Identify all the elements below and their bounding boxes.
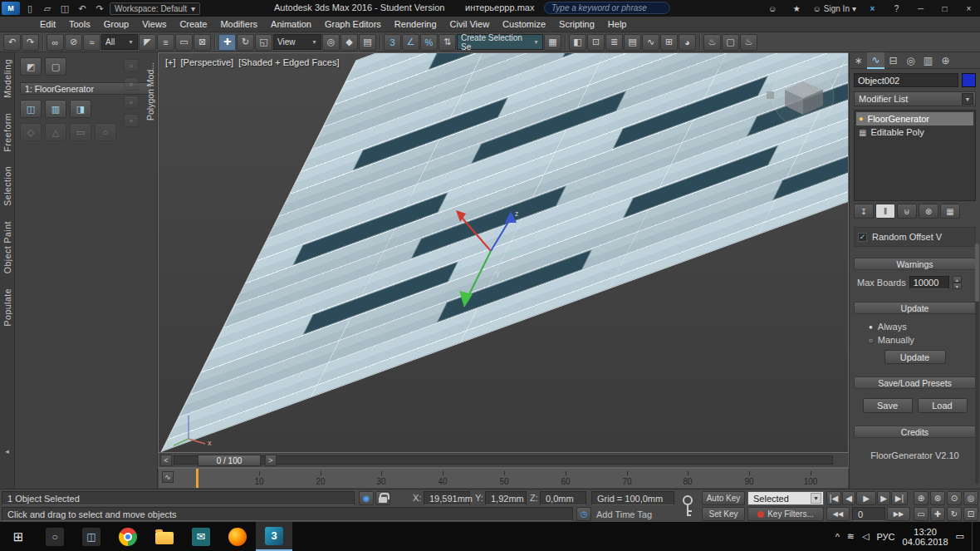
use-pivot-center-icon[interactable]: ◎ [322, 34, 340, 51]
modifier-stack[interactable]: ● FloorGenerator ▦ Editable Poly [854, 110, 976, 201]
language-indicator[interactable]: РУС [877, 532, 895, 542]
render-setup-icon[interactable]: ♨ [703, 34, 721, 51]
current-frame-marker[interactable] [196, 469, 198, 488]
menu-help[interactable]: Help [601, 17, 634, 31]
material-editor-icon[interactable]: ◕ [679, 34, 696, 51]
spinner-snap-icon[interactable]: ⇅ [439, 34, 456, 51]
play-button[interactable]: ▶ [856, 491, 876, 505]
auto-key-button[interactable]: Auto Key [702, 491, 745, 505]
select-and-link-icon[interactable]: ∞ [47, 34, 64, 51]
edit-named-sets-icon[interactable]: ▦ [544, 34, 561, 51]
view-cube-home-icon[interactable] [767, 91, 774, 99]
modeling-side-button[interactable]: ▫ [124, 96, 139, 109]
menu-civil-view[interactable]: Civil View [443, 17, 496, 31]
ribbon-toggle-icon[interactable]: ▤ [624, 34, 641, 51]
modeling-tool-button[interactable]: ▭ [70, 123, 91, 141]
modeling-tool-button[interactable]: ○ [95, 123, 116, 141]
previous-key-button[interactable]: ◀◀ [826, 507, 850, 521]
modeling-side-button[interactable]: ▫ [124, 77, 139, 91]
modeling-tool-button[interactable]: ◨ [70, 100, 91, 118]
perspective-viewport[interactable]: [+] [Perspective] [Shaded + Edged Faces] [158, 52, 849, 453]
modeling-tool-button[interactable]: △ [45, 123, 66, 141]
ribbon-collapse-icon[interactable]: ◂ [5, 447, 9, 455]
track-bar[interactable]: ∿ 10 20 30 40 50 60 70 80 90 100 [158, 468, 849, 489]
previous-frame-button[interactable]: ◀ [842, 491, 855, 505]
select-object-icon[interactable]: ◤ [139, 34, 156, 51]
select-and-rotate-icon[interactable]: ↻ [237, 34, 254, 51]
zoom-region-button[interactable]: ▭ [914, 507, 929, 521]
maximize-button[interactable]: □ [933, 1, 956, 17]
sign-in-button[interactable]: ☺ Sign In ▾ [810, 4, 860, 13]
selection-filter-dropdown[interactable]: All ▼ [101, 34, 138, 50]
mini-curve-editor-icon[interactable]: ∿ [162, 471, 174, 483]
zoom-extents-button[interactable]: ⊙ [947, 491, 962, 505]
viewport-general-menu[interactable]: [+] [165, 57, 176, 67]
time-slider-prev-button[interactable]: < [160, 455, 172, 466]
time-slider-handle[interactable]: 0 / 100 [198, 455, 261, 466]
undo-button[interactable]: ↶ [3, 34, 21, 51]
ribbon-tab-selection[interactable]: Selection [2, 166, 12, 206]
update-button[interactable]: Update [884, 350, 946, 364]
remove-modifier-icon[interactable]: ⊗ [919, 204, 938, 219]
time-slider-next-button[interactable]: > [265, 455, 277, 466]
ribbon-tab-modeling[interactable]: Modeling [2, 59, 12, 98]
curve-editor-icon[interactable]: ∿ [642, 34, 659, 51]
rollout-warnings-header[interactable]: Warnings [854, 258, 976, 270]
menu-create[interactable]: Create [173, 17, 213, 31]
firefox-icon[interactable] [219, 522, 256, 551]
menu-rendering[interactable]: Rendering [388, 17, 443, 31]
menu-views[interactable]: Views [135, 17, 173, 31]
next-frame-button[interactable]: ▶ [877, 491, 890, 505]
go-to-end-button[interactable]: ▶| [891, 491, 908, 505]
show-desktop-button[interactable] [972, 522, 975, 551]
tray-expand-icon[interactable]: ^ [835, 532, 840, 542]
tab-create-icon[interactable]: ∗ [850, 52, 867, 69]
3dsmax-taskbar-icon[interactable]: 3 [256, 522, 292, 551]
time-tag-icon[interactable]: ◷ [576, 507, 591, 521]
zoom-extents-all-button[interactable]: ◎ [963, 491, 978, 505]
orbit-button[interactable]: ↻ [947, 507, 962, 521]
selection-region-icon[interactable]: ▭ [175, 34, 193, 51]
z-coordinate-field[interactable]: 0,0mm [540, 491, 586, 505]
render-production-icon[interactable]: ♨ [740, 34, 757, 51]
snap-toggle-icon[interactable]: 3 [384, 34, 401, 51]
modifier-list-dropdown[interactable]: Modifier List ▼ [854, 91, 976, 106]
selection-lock-button[interactable] [375, 491, 390, 505]
modeling-tool-button[interactable]: ◩ [20, 57, 42, 76]
key-filters-button[interactable]: Key Filters... [747, 507, 824, 521]
menu-modifiers[interactable]: Modifiers [213, 17, 264, 31]
workspace-selector[interactable]: Workspace: Default ▾ [110, 2, 200, 15]
x-coordinate-field[interactable]: 19,591mm [424, 491, 470, 505]
mail-icon[interactable]: ✉ [183, 522, 219, 551]
close-button[interactable]: × [958, 1, 980, 17]
zoom-all-button[interactable]: ⊛ [930, 491, 945, 505]
rendered-frame-window-icon[interactable]: ▢ [722, 34, 739, 51]
task-view-icon[interactable]: ◫ [73, 522, 110, 551]
menu-scripting[interactable]: Scripting [552, 17, 601, 31]
ribbon-tab-freeform[interactable]: Freeform [2, 113, 12, 152]
viewport-shading-menu[interactable]: [Shaded + Edged Faces] [238, 57, 339, 67]
network-icon[interactable]: ≋ [847, 531, 855, 542]
named-selection-set-dropdown[interactable]: Create Selection Se ▼ [457, 34, 543, 50]
random-offset-checkbox[interactable]: ✓ [858, 233, 867, 242]
modifier-enabled-bulb-icon[interactable]: ● [859, 115, 863, 123]
set-key-button[interactable]: Set Key [702, 507, 745, 521]
save-file-icon[interactable]: ◫ [57, 2, 72, 15]
next-key-button[interactable]: ▶▶ [887, 507, 910, 521]
file-explorer-icon[interactable] [146, 522, 183, 551]
show-end-result-icon[interactable]: ‖ [875, 204, 895, 219]
maximize-viewport-button[interactable]: ⊡ [963, 507, 978, 521]
isolate-selection-button[interactable]: ◉ [359, 491, 374, 505]
go-to-start-button[interactable]: |◀ [826, 491, 841, 505]
ribbon-tab-object-paint[interactable]: Object Paint [2, 221, 12, 273]
schematic-view-icon[interactable]: ⊞ [660, 34, 678, 51]
notification-center-icon[interactable]: ▭ [956, 531, 964, 542]
tab-display-icon[interactable]: ▥ [919, 52, 937, 69]
start-button[interactable]: ⊞ [0, 522, 37, 551]
rollout-credits-header[interactable]: Credits [854, 426, 976, 438]
a360-icon[interactable]: × [861, 1, 884, 17]
select-and-scale-icon[interactable]: ◱ [255, 34, 272, 51]
stack-item-editable-poly[interactable]: ▦ Editable Poly [856, 125, 973, 139]
undo-icon[interactable]: ↶ [75, 2, 90, 15]
reference-coordinate-dropdown[interactable]: View ▼ [273, 34, 321, 50]
